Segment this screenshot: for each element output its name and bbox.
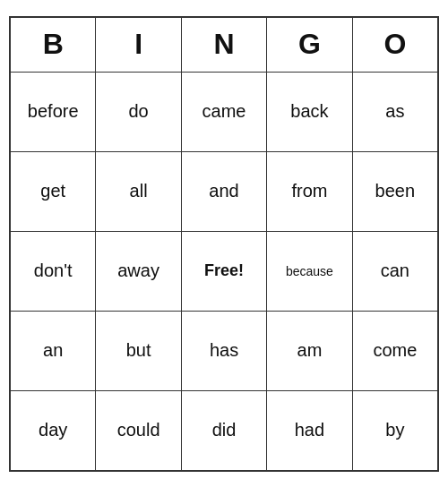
cell-2-1: get <box>11 152 96 231</box>
cell-4-2: but <box>96 312 181 390</box>
header-i: I <box>96 18 181 72</box>
cell-1-5: as <box>353 73 437 151</box>
cell-5-3: did <box>182 391 267 470</box>
header-n: N <box>182 18 267 72</box>
cell-5-5: by <box>353 391 437 470</box>
cell-4-4: am <box>267 312 352 390</box>
bingo-row-2: get all and from been <box>11 152 437 232</box>
cell-1-1: before <box>11 73 96 151</box>
bingo-row-4: an but has am come <box>11 312 437 391</box>
bingo-header-row: B I N G O <box>11 18 437 73</box>
cell-2-4: from <box>267 152 352 231</box>
cell-4-1: an <box>11 312 96 390</box>
header-g: G <box>267 18 352 72</box>
cell-5-4: had <box>267 391 352 470</box>
cell-2-2: all <box>96 152 181 231</box>
cell-1-3: came <box>182 73 267 151</box>
cell-3-4: because <box>267 232 352 311</box>
cell-2-5: been <box>353 152 437 231</box>
cell-3-3-free: Free! <box>182 232 267 311</box>
cell-1-4: back <box>267 73 352 151</box>
cell-3-2: away <box>96 232 181 311</box>
cell-1-2: do <box>96 73 181 151</box>
bingo-card: B I N G O before do came back as get all… <box>9 16 439 472</box>
cell-4-5: come <box>353 312 437 390</box>
cell-5-1: day <box>11 391 96 470</box>
cell-3-1: don't <box>11 232 96 311</box>
cell-5-2: could <box>96 391 181 470</box>
header-b: B <box>11 18 96 72</box>
bingo-row-1: before do came back as <box>11 73 437 152</box>
cell-3-5: can <box>353 232 437 311</box>
header-o: O <box>353 18 437 72</box>
bingo-row-3: don't away Free! because can <box>11 232 437 312</box>
cell-4-3: has <box>182 312 267 390</box>
cell-2-3: and <box>182 152 267 231</box>
bingo-row-5: day could did had by <box>11 391 437 470</box>
